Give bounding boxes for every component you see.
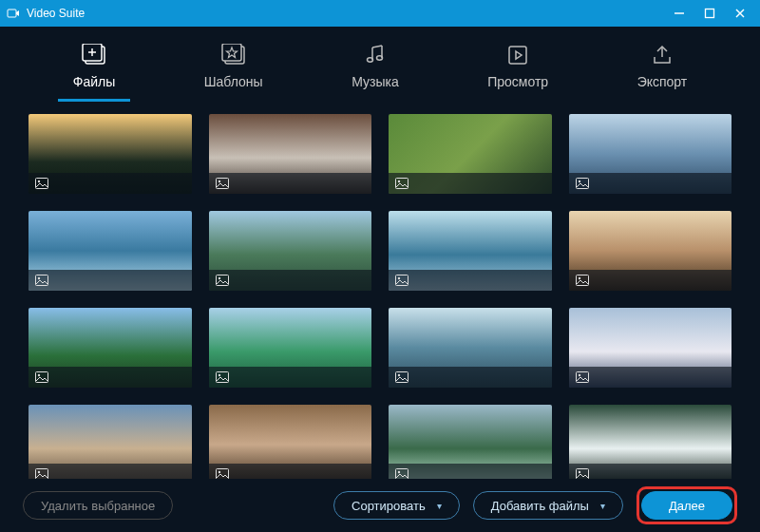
svg-point-43 [398,471,400,473]
thumbnail-overlay [569,173,732,194]
thumbnail-overlay [28,367,192,388]
export-up-icon [649,42,675,68]
image-type-icon [394,177,409,190]
thumbnail-item[interactable] [389,308,552,388]
svg-rect-28 [576,276,588,286]
next-button[interactable]: Далее [641,491,732,520]
svg-rect-16 [216,179,228,189]
tab-export[interactable]: Экспорт [622,38,703,102]
button-label: Удалить выбранное [41,499,155,513]
image-type-icon [394,467,409,479]
thumbnail-overlay [389,173,552,194]
tab-label: Музыка [352,74,399,89]
star-collection-icon [220,42,247,68]
svg-rect-26 [396,276,408,286]
thumbnail-item[interactable] [389,211,552,291]
image-type-icon [34,274,49,287]
tab-label: Файлы [73,74,115,89]
thumbnail-item[interactable] [569,308,732,388]
add-files-button[interactable]: Добавить файлы ▾ [473,491,623,520]
maximize-button[interactable] [703,7,716,20]
svg-rect-42 [396,469,408,480]
svg-rect-20 [576,179,588,189]
thumbnail-overlay [389,270,552,291]
main-tabs: Файлы Шаблоны Музыка Просмотр Экспорт [0,27,760,102]
svg-rect-2 [706,10,714,18]
svg-point-37 [578,374,580,376]
image-type-icon [575,177,590,190]
thumbnail-overlay [28,173,192,194]
image-type-icon [34,370,49,384]
thumbnail-overlay [569,464,732,479]
tab-label: Просмотр [487,74,548,89]
play-square-icon [504,42,531,68]
button-label: Сортировать [352,499,426,513]
thumbnail-overlay [389,464,552,479]
thumbnail-item[interactable] [28,308,192,388]
tab-label: Экспорт [637,74,688,89]
tab-files[interactable]: Файлы [58,38,130,102]
button-label: Далее [669,499,705,513]
thumbnail-item[interactable] [209,114,372,194]
svg-point-35 [398,374,400,376]
thumbnail-item[interactable] [389,114,552,194]
svg-point-15 [38,180,40,182]
sort-button[interactable]: Сортировать ▾ [333,491,460,520]
svg-rect-13 [509,47,526,64]
svg-rect-30 [36,372,48,383]
tab-templates[interactable]: Шаблоны [189,38,278,102]
image-type-icon [215,177,230,190]
chevron-down-icon: ▾ [437,501,442,511]
thumbnail-item[interactable] [389,405,552,479]
window-controls [673,7,747,20]
thumbnail-item[interactable] [209,405,372,479]
thumbnail-overlay [209,173,372,194]
svg-rect-24 [216,276,228,286]
tutorial-highlight: Далее [636,486,737,524]
thumbnail-item[interactable] [28,211,192,291]
svg-point-27 [398,277,400,279]
delete-selected-button[interactable]: Удалить выбранное [23,491,173,520]
thumbnail-item[interactable] [209,211,372,291]
svg-point-39 [38,471,40,473]
thumbnail-scroll[interactable] [0,103,760,479]
svg-rect-38 [36,469,48,480]
thumbnail-item[interactable] [28,114,192,194]
thumbnail-item[interactable] [569,211,732,291]
thumbnail-item[interactable] [209,308,372,388]
svg-rect-22 [36,276,48,286]
tab-music[interactable]: Музыка [336,38,414,102]
svg-rect-34 [396,372,408,383]
image-type-icon [215,467,230,479]
svg-point-31 [38,374,40,376]
svg-point-45 [578,471,580,473]
thumbnail-overlay [389,367,552,388]
thumbnail-overlay [209,367,372,388]
thumbnail-item[interactable] [569,114,732,194]
thumbnail-overlay [569,270,732,291]
add-folder-icon [81,42,107,68]
svg-point-17 [218,180,219,182]
svg-point-29 [578,277,580,279]
bottom-toolbar: Удалить выбранное Сортировать ▾ Добавить… [0,479,760,532]
app-title: Video Suite [27,7,673,20]
close-button[interactable] [733,7,747,20]
image-type-icon [575,467,590,479]
image-type-icon [34,177,49,190]
svg-point-21 [578,180,580,182]
titlebar: Video Suite [0,0,760,27]
thumbnail-item[interactable] [569,405,732,479]
svg-rect-36 [576,372,588,383]
image-type-icon [215,370,230,384]
thumbnail-item[interactable] [28,405,192,479]
image-type-icon [215,274,230,287]
tab-label: Шаблоны [204,74,263,89]
music-note-icon [362,42,389,68]
app-icon [6,6,21,21]
tab-preview[interactable]: Просмотр [472,38,563,102]
svg-rect-32 [216,372,228,383]
svg-point-23 [38,277,40,279]
thumbnail-grid [28,114,732,479]
minimize-button[interactable] [673,7,686,20]
svg-rect-0 [8,10,16,17]
